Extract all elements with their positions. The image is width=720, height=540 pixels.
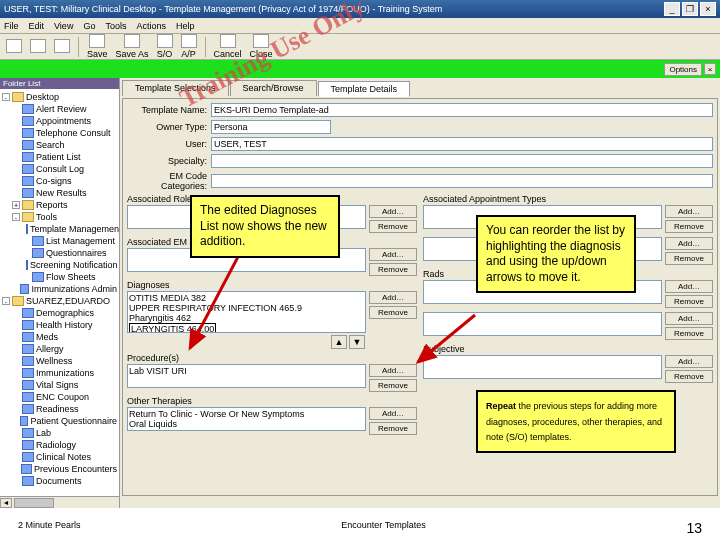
tree-node[interactable]: Screening Notification: [22, 259, 117, 271]
tree-node[interactable]: Patient Questionnaire: [12, 415, 117, 427]
tree-node[interactable]: Meds: [12, 331, 117, 343]
tree-node[interactable]: Previous Encounters: [12, 463, 117, 475]
tree-node[interactable]: Appointments: [12, 115, 117, 127]
menu-file[interactable]: File: [4, 21, 19, 31]
owner-type-label: Owner Type:: [127, 122, 207, 132]
tab-2[interactable]: Template Details: [318, 81, 411, 97]
scroll-left-icon[interactable]: ◄: [0, 498, 12, 508]
tree-node[interactable]: Consult Log: [12, 163, 117, 175]
tree-node[interactable]: -Tools: [12, 211, 117, 223]
tree-node[interactable]: Lab: [12, 427, 117, 439]
scroll-thumb[interactable]: [14, 498, 54, 508]
em-code-input[interactable]: [211, 174, 713, 188]
toolbar-cancel[interactable]: Cancel: [212, 34, 244, 59]
tab-0[interactable]: Template Selections: [122, 80, 229, 96]
tree-node[interactable]: Questionnaires: [22, 247, 117, 259]
callout-diagnoses-added: The edited Diagnoses List now shows the …: [190, 195, 340, 258]
toolbar-ap[interactable]: A/P: [179, 34, 199, 59]
menu-help[interactable]: Help: [176, 21, 195, 31]
specialty-input[interactable]: [211, 154, 713, 168]
add-button[interactable]: Add…: [665, 355, 713, 368]
tree-node[interactable]: Search: [12, 139, 117, 151]
remove-button[interactable]: Remove: [665, 370, 713, 383]
tree-node[interactable]: Demographics: [12, 307, 117, 319]
toolbar-new[interactable]: [4, 39, 24, 54]
window-title: USER, TEST: Military Clinical Desktop - …: [4, 4, 442, 14]
tree-node[interactable]: -Desktop: [2, 91, 117, 103]
remove-button[interactable]: Remove: [665, 295, 713, 308]
toolbar-save[interactable]: [52, 39, 72, 54]
tree-node[interactable]: -SUAREZ,EDUARDO: [2, 295, 117, 307]
title-bar: USER, TEST: Military Clinical Desktop - …: [0, 0, 720, 18]
tree-node[interactable]: Immunizations Admin: [12, 283, 117, 295]
toolbar-so[interactable]: S/O: [155, 34, 175, 59]
horizontal-scrollbar[interactable]: ◄: [0, 496, 119, 508]
menu-edit[interactable]: Edit: [29, 21, 45, 31]
list-box[interactable]: Return To Clinic - Worse Or New Symptoms…: [127, 407, 366, 431]
tree-node[interactable]: ENC Coupon: [12, 391, 117, 403]
owner-type-input[interactable]: [211, 120, 331, 134]
tab-1[interactable]: Search/Browse: [230, 80, 317, 96]
tree-node[interactable]: New Results: [12, 187, 117, 199]
tree-node[interactable]: Clinical Notes: [12, 451, 117, 463]
add-button[interactable]: Add…: [665, 312, 713, 325]
maximize-button[interactable]: ❐: [682, 2, 698, 16]
menu-actions[interactable]: Actions: [136, 21, 166, 31]
close-panel-icon[interactable]: ×: [704, 63, 716, 75]
tree-node[interactable]: Immunizations: [12, 367, 117, 379]
tree-node[interactable]: Template Management: [22, 223, 117, 235]
menu-go[interactable]: Go: [83, 21, 95, 31]
toolbar-open[interactable]: [28, 39, 48, 54]
add-button[interactable]: Add…: [665, 205, 713, 218]
group-header: Other Therapies: [127, 396, 417, 406]
tree-node[interactable]: Wellness: [12, 355, 117, 367]
tree-node[interactable]: +Reports: [12, 199, 117, 211]
menu-tools[interactable]: Tools: [105, 21, 126, 31]
toolbar-close[interactable]: Close: [248, 34, 275, 59]
add-button[interactable]: Add…: [369, 407, 417, 420]
sidebar-header: Folder List: [0, 78, 119, 89]
tree-node[interactable]: Vital Signs: [12, 379, 117, 391]
add-button[interactable]: Add…: [665, 237, 713, 250]
toolbar-saveas[interactable]: Save As: [114, 34, 151, 59]
remove-button[interactable]: Remove: [369, 422, 417, 435]
sidebar: Folder List -DesktopAlert ReviewAppointm…: [0, 78, 120, 508]
remove-button[interactable]: Remove: [369, 263, 417, 276]
minimize-button[interactable]: _: [664, 2, 680, 16]
list-box[interactable]: Lab VISIT URI: [127, 364, 366, 388]
tree-node[interactable]: Patient List: [12, 151, 117, 163]
tree-node[interactable]: Alert Review: [12, 103, 117, 115]
remove-button[interactable]: Remove: [665, 220, 713, 233]
remove-button[interactable]: Remove: [665, 252, 713, 265]
add-button[interactable]: Add…: [369, 291, 417, 304]
options-button[interactable]: Options: [664, 63, 702, 76]
menu-view[interactable]: View: [54, 21, 73, 31]
toolbar-save[interactable]: Save: [85, 34, 110, 59]
group-header: Associated Appointment Types: [423, 194, 713, 204]
add-button[interactable]: Add…: [369, 248, 417, 261]
tree-node[interactable]: Allergy: [12, 343, 117, 355]
tree-node[interactable]: Flow Sheets: [22, 271, 117, 283]
tab-strip: Template SelectionsSearch/BrowseTemplate…: [122, 80, 718, 96]
remove-button[interactable]: Remove: [665, 327, 713, 340]
tree-node[interactable]: Co-signs: [12, 175, 117, 187]
template-name-input[interactable]: [211, 103, 713, 117]
user-input[interactable]: [211, 137, 713, 151]
tree-node[interactable]: List Management: [22, 235, 117, 247]
window-controls: _ ❐ ×: [664, 2, 716, 16]
tree-node[interactable]: Radiology: [12, 439, 117, 451]
toolbar: SaveSave AsS/OA/PCancelClose: [0, 34, 720, 60]
close-button[interactable]: ×: [700, 2, 716, 16]
add-button[interactable]: Add…: [665, 280, 713, 293]
move-up-icon[interactable]: ▲: [331, 335, 347, 349]
remove-button[interactable]: Remove: [369, 379, 417, 392]
tree-node[interactable]: Readiness: [12, 403, 117, 415]
tree-node[interactable]: Health History: [12, 319, 117, 331]
add-button[interactable]: Add…: [369, 205, 417, 218]
move-down-icon[interactable]: ▼: [349, 335, 365, 349]
tree-node[interactable]: Telephone Consult: [12, 127, 117, 139]
tree-node[interactable]: Documents: [12, 475, 117, 487]
remove-button[interactable]: Remove: [369, 220, 417, 233]
svg-line-3: [418, 315, 475, 362]
user-label: User:: [127, 139, 207, 149]
